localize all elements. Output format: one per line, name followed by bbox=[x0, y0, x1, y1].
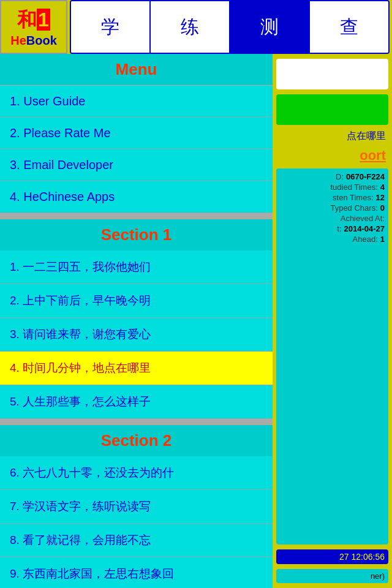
menu-item-rate[interactable]: 2. Please Rate Me bbox=[0, 118, 273, 149]
logo-text: HeBook bbox=[10, 34, 57, 48]
lesson-item-8[interactable]: 8. 看了就记得，会用能不忘 bbox=[0, 524, 273, 557]
lesson-item-1[interactable]: 1. 一二三四五，我你他她们 bbox=[0, 251, 273, 284]
menu-item-apps[interactable]: 4. HeChinese Apps bbox=[0, 181, 273, 213]
right-blue-box: 27 12:06:56 bbox=[276, 549, 388, 564]
logo-top: 和1 bbox=[17, 7, 50, 34]
nav-tabs: 学 练 测 查 bbox=[70, 0, 390, 54]
menu-item-email[interactable]: 3. Email Developer bbox=[0, 149, 273, 181]
menu-section: Menu 1. User Guide 2. Please Rate Me 3. … bbox=[0, 54, 273, 213]
right-white-box bbox=[276, 59, 388, 89]
lesson-item-9[interactable]: 9. 东西南北家国，左思右想象回 bbox=[0, 557, 273, 588]
info-date: t: 2014-04-27 bbox=[280, 224, 385, 233]
divider-2 bbox=[0, 419, 273, 425]
lesson-item-3[interactable]: 3. 请问谁来帮，谢您有爱心 bbox=[0, 318, 273, 352]
lesson-item-2[interactable]: 2. 上中下前后，早午晚今明 bbox=[0, 284, 273, 318]
right-info-box: D: 0670-F224 tudied Times: 4 sten Times:… bbox=[276, 168, 388, 545]
section1: Section 1 1. 一二三四五，我你他她们 2. 上中下前后，早午晚今明 … bbox=[0, 219, 273, 419]
right-chinese-title: 点在哪里 bbox=[347, 130, 386, 141]
info-achieved: Achieved At: bbox=[280, 214, 385, 223]
tab-xue[interactable]: 学 bbox=[71, 1, 151, 53]
main-container: Menu 1. User Guide 2. Please Rate Me 3. … bbox=[0, 54, 392, 588]
tab-lian[interactable]: 练 bbox=[151, 1, 230, 53]
lesson-item-5[interactable]: 5. 人生那些事，怎么这样子 bbox=[0, 385, 273, 419]
header: 和1 HeBook 学 练 测 查 bbox=[0, 0, 392, 54]
info-typed: Typed Chars: 0 bbox=[280, 203, 385, 213]
tab-ce[interactable]: 测 bbox=[230, 1, 310, 53]
right-chinese-title-container: 点在哪里 bbox=[276, 130, 388, 143]
section2: Section 2 6. 六七八九十零，还没去为的什 7. 学汉语文字，练听说读… bbox=[0, 425, 273, 588]
logo: 和1 HeBook bbox=[0, 0, 67, 54]
lesson-item-6[interactable]: 6. 六七八九十零，还没去为的什 bbox=[0, 456, 273, 490]
info-studied: tudied Times: 4 bbox=[280, 183, 385, 192]
section1-title: Section 1 bbox=[0, 219, 273, 251]
right-panel: 点在哪里 oort D: 0670-F224 tudied Times: 4 s… bbox=[273, 54, 392, 588]
lesson-item-7[interactable]: 7. 学汉语文字，练听说读写 bbox=[0, 490, 273, 524]
right-cyan-box: ner) bbox=[276, 569, 388, 583]
left-panel: Menu 1. User Guide 2. Please Rate Me 3. … bbox=[0, 54, 273, 588]
menu-title: Menu bbox=[0, 54, 273, 86]
section2-title: Section 2 bbox=[0, 425, 273, 456]
right-orange-title: oort bbox=[360, 148, 386, 163]
info-id: D: 0670-F224 bbox=[280, 172, 385, 181]
right-green-box bbox=[276, 94, 388, 125]
right-orange-title-container: oort bbox=[276, 148, 388, 164]
menu-item-user-guide[interactable]: 1. User Guide bbox=[0, 86, 273, 118]
tab-cha[interactable]: 查 bbox=[310, 1, 388, 53]
divider-1 bbox=[0, 213, 273, 219]
info-ahead: Ahead: 1 bbox=[280, 235, 385, 244]
info-listen: sten Times: 12 bbox=[280, 193, 385, 202]
lesson-item-4[interactable]: 4. 时间几分钟，地点在哪里 bbox=[0, 352, 273, 385]
